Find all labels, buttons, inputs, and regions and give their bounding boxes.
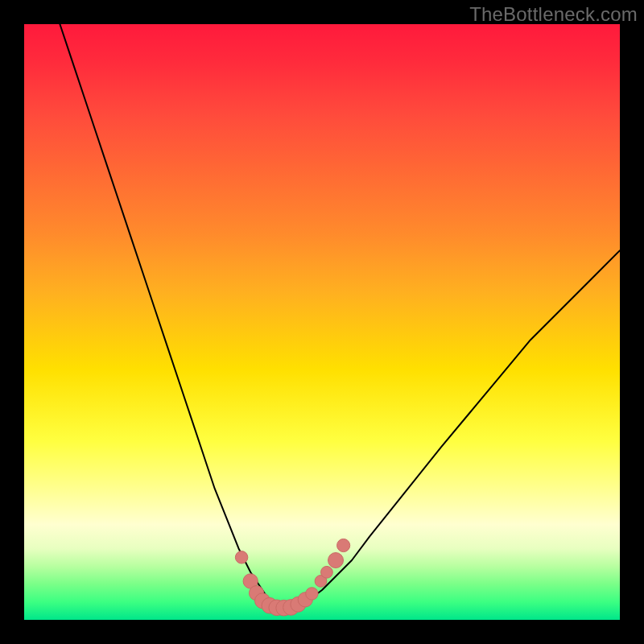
curve-marker bbox=[291, 597, 306, 612]
bottleneck-curve bbox=[60, 24, 620, 608]
chart-overlay bbox=[24, 24, 620, 620]
curve-markers bbox=[235, 539, 349, 616]
curve-marker bbox=[235, 551, 247, 564]
curve-marker bbox=[298, 592, 312, 607]
curve-marker bbox=[315, 576, 327, 588]
watermark-text: TheBottleneck.com bbox=[469, 3, 638, 26]
curve-marker bbox=[243, 574, 258, 588]
chart-frame: TheBottleneck.com bbox=[0, 0, 644, 644]
curve-marker bbox=[276, 600, 292, 616]
curve-marker bbox=[283, 600, 299, 616]
curve-marker bbox=[262, 597, 278, 613]
curve-marker bbox=[249, 586, 263, 601]
chart-plot-area bbox=[24, 24, 620, 620]
curve-marker bbox=[328, 553, 344, 568]
curve-marker bbox=[337, 539, 350, 551]
curve-marker bbox=[321, 566, 333, 578]
curve-marker bbox=[255, 593, 270, 609]
curve-marker bbox=[269, 600, 285, 616]
curve-marker bbox=[306, 588, 318, 600]
